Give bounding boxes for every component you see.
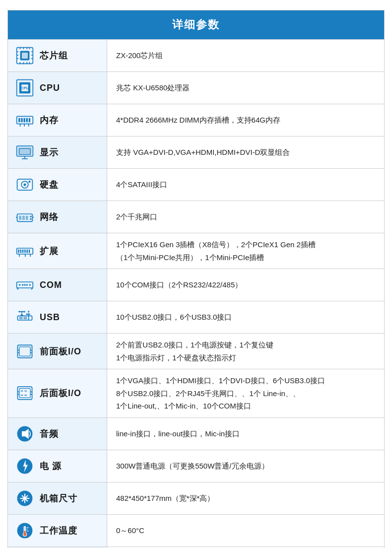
svg-rect-41: [22, 215, 25, 220]
value-usb: 10个USB2.0接口，6个USB3.0接口: [107, 301, 384, 333]
svg-rect-23: [21, 118, 22, 123]
display-icon: [14, 141, 36, 163]
value-front-io: 2个前置USB2.0接口，1个电源按键，1个复位键 1个电源指示灯，1个硬盘状态…: [107, 334, 384, 369]
row-display: 显示 支持 VGA+DVI-D,VGA+HDMI,HDMI+DVI-D双显组合: [8, 136, 384, 168]
svg-rect-26: [29, 118, 30, 123]
chassis-value: 482*450*177mm（宽*深*高）: [116, 492, 214, 505]
svg-rect-16: [22, 53, 28, 59]
svg-rect-53: [29, 249, 30, 253]
label-rear-io: 后面板I/O: [8, 369, 107, 417]
temperature-icon: [14, 520, 36, 542]
value-network: 2个千兆网口: [107, 201, 384, 233]
hdd-label: 硬盘: [40, 179, 59, 191]
label-memory: 内存: [8, 104, 107, 136]
svg-point-58: [19, 284, 20, 285]
value-temperature: 0～60°C: [107, 515, 384, 547]
svg-point-61: [26, 284, 28, 285]
row-front-io: 前面板I/O 2个前置USB2.0接口，1个电源按键，1个复位键 1个电源指示灯…: [8, 333, 384, 369]
cpu-icon: CPU: [14, 77, 36, 99]
rear-io-value: 1个VGA接口、1个HDMI接口、1个DVI-D接口、6个USB3.0接口 8个…: [116, 374, 325, 412]
rear-io-label: 后面板I/O: [40, 387, 81, 399]
value-audio: line-in接口，line-out接口，Mic-in接口: [107, 418, 384, 450]
svg-rect-79: [19, 346, 30, 356]
svg-rect-67: [23, 317, 27, 319]
front-io-label: 前面板I/O: [40, 345, 81, 357]
network-icon: [14, 206, 36, 228]
svg-point-45: [30, 215, 31, 217]
svg-point-70: [18, 311, 20, 312]
label-chipset: 芯片组: [8, 40, 107, 71]
chipset-label: 芯片组: [40, 50, 68, 62]
usb-icon: [14, 306, 36, 328]
svg-point-60: [24, 284, 25, 285]
network-value: 2个千兆网口: [116, 210, 157, 223]
label-hdd: 硬盘: [8, 169, 107, 201]
row-com: COM 10个COM接口（2个RS232/422/485）: [8, 269, 384, 301]
svg-rect-24: [23, 118, 25, 123]
svg-point-106: [23, 533, 26, 536]
label-temperature: 工作温度: [8, 515, 107, 547]
svg-rect-77: [28, 311, 29, 312]
power-label: 电 源: [40, 460, 62, 472]
memory-value: 4*DDR4 2666MHz DIMM内存插槽，支持64G内存: [116, 114, 280, 127]
svg-point-76: [26, 313, 28, 315]
value-chipset: ZX-200芯片组: [107, 40, 384, 71]
chipset-value: ZX-200芯片组: [116, 49, 163, 62]
cpu-label: CPU: [40, 83, 60, 93]
svg-rect-40: [19, 215, 21, 220]
svg-point-37: [23, 183, 26, 186]
front-io-value: 2个前置USB2.0接口，1个电源按键，1个复位键 1个电源指示灯，1个硬盘状态…: [116, 339, 273, 364]
svg-rect-66: [19, 317, 23, 319]
row-hdd: 硬盘 4个SATAIII接口: [8, 168, 384, 201]
front-io-icon: [14, 341, 36, 362]
expansion-value: 1个PCIeX16 Gen 3插槽（X8信号），2个PCIeX1 Gen 2插槽…: [116, 238, 316, 264]
temperature-value: 0～60°C: [116, 524, 144, 537]
value-rear-io: 1个VGA接口、1个HDMI接口、1个DVI-D接口、6个USB3.0接口 8个…: [107, 369, 384, 417]
svg-rect-92: [20, 395, 23, 396]
value-chassis: 482*450*177mm（宽*深*高）: [107, 482, 384, 514]
label-display: 显示: [8, 137, 107, 168]
com-value: 10个COM接口（2个RS232/422/485）: [116, 278, 242, 291]
row-cpu: CPU CPU 兆芯 KX-U6580处理器: [8, 71, 384, 104]
svg-rect-85: [19, 389, 30, 398]
row-audio: 音频 line-in接口，line-out接口，Mic-in接口: [8, 417, 384, 450]
hdd-icon: [14, 174, 36, 196]
svg-rect-25: [26, 118, 28, 123]
chipset-icon: [14, 45, 36, 67]
table-title: 详细参数: [8, 10, 384, 39]
svg-point-59: [22, 284, 23, 285]
row-temperature: 工作温度 0～60°C: [8, 514, 384, 547]
svg-rect-90: [20, 390, 23, 392]
value-display: 支持 VGA+DVI-D,VGA+HDMI,HDMI+DVI-D双显组合: [107, 137, 384, 168]
svg-rect-93: [24, 395, 27, 396]
expansion-label: 扩展: [40, 245, 59, 257]
row-power: 电 源 300W普通电源（可更换550W普通/冗余电源）: [8, 450, 384, 482]
svg-rect-49: [20, 249, 22, 253]
svg-rect-48: [18, 249, 19, 253]
label-cpu: CPU CPU: [8, 72, 107, 104]
label-chassis: 机箱尺寸: [8, 482, 107, 514]
value-hdd: 4个SATAIII接口: [107, 169, 384, 201]
svg-rect-91: [24, 390, 27, 392]
power-value: 300W普通电源（可更换550W普通/冗余电源）: [116, 460, 269, 473]
usb-value: 10个USB2.0接口，6个USB3.0接口: [116, 311, 232, 324]
svg-rect-73: [23, 311, 25, 312]
row-chassis: 机箱尺寸 482*450*177mm（宽*深*高）: [8, 482, 384, 514]
usb-label: USB: [40, 312, 60, 323]
com-label: COM: [40, 280, 62, 290]
svg-point-62: [29, 284, 31, 285]
audio-value: line-in接口，line-out接口，Mic-in接口: [116, 427, 240, 440]
audio-label: 音频: [40, 428, 59, 440]
value-cpu: 兆芯 KX-U6580处理器: [107, 72, 384, 104]
value-expansion: 1个PCIeX16 Gen 3插槽（X8信号），2个PCIeX1 Gen 2插槽…: [107, 233, 384, 269]
row-chipset: 芯片组 ZX-200芯片组: [8, 39, 384, 71]
row-network: 网络 2个千兆网口: [8, 201, 384, 233]
power-icon: [14, 455, 36, 477]
memory-icon: [14, 109, 36, 131]
value-com: 10个COM接口（2个RS232/422/485）: [107, 269, 384, 301]
display-label: 显示: [40, 146, 59, 158]
label-front-io: 前面板I/O: [8, 334, 107, 369]
label-network: 网络: [8, 201, 107, 233]
expansion-icon: [14, 240, 36, 262]
chassis-icon: [14, 487, 36, 509]
